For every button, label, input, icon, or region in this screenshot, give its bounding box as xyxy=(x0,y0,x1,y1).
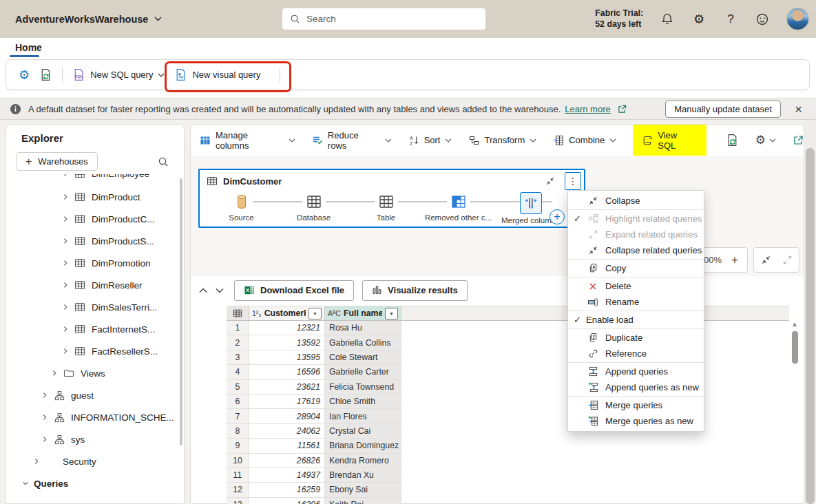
open-in-new-window-icon[interactable] xyxy=(793,135,804,146)
chevron-down-icon[interactable] xyxy=(213,284,226,297)
query-node-dimcustomer[interactable]: DimCustomer ⋮ Source xyxy=(198,169,585,228)
chevron-right-icon[interactable] xyxy=(61,193,70,201)
customerkey-cell: 16596 xyxy=(249,365,325,379)
chevron-right-icon[interactable] xyxy=(61,303,70,311)
notifications-bell-icon[interactable] xyxy=(660,12,675,27)
help-icon[interactable]: ? xyxy=(723,12,738,27)
settings-gear-icon[interactable]: ⚙ xyxy=(691,12,707,27)
explorer-search-icon[interactable] xyxy=(158,156,169,167)
tree-item[interactable]: DimProduct xyxy=(6,186,178,208)
sort-menu[interactable]: AZ Sort xyxy=(408,125,452,156)
collapse-icon[interactable] xyxy=(545,176,555,186)
step-table-icon xyxy=(306,193,322,210)
chevron-right-icon[interactable] xyxy=(61,237,70,245)
step-label: Table xyxy=(377,213,396,222)
query-step[interactable]: Source xyxy=(205,192,278,224)
page-scrollbar[interactable] xyxy=(804,120,816,504)
query-step[interactable]: Table xyxy=(350,192,422,224)
refresh-query-icon[interactable] xyxy=(726,134,739,147)
chevron-right-icon[interactable] xyxy=(61,281,70,289)
page-scrollbar-thumb[interactable] xyxy=(806,148,815,504)
menu-item[interactable]: Reference xyxy=(568,346,704,361)
add-warehouses-button[interactable]: + Warehouses xyxy=(16,152,98,171)
combine-menu[interactable]: Combine xyxy=(553,125,616,156)
tab-home[interactable]: Home xyxy=(15,42,42,53)
menu-item[interactable]: ✓ Enable load xyxy=(568,312,704,328)
tree-item[interactable]: sys xyxy=(6,428,178,450)
menu-item[interactable]: Rename xyxy=(568,294,704,310)
add-step-button[interactable]: + xyxy=(550,209,565,224)
settings-gear-icon[interactable]: ⚙ xyxy=(19,69,30,81)
transform-menu[interactable]: Transform xyxy=(468,125,536,156)
zoom-in-button[interactable]: + xyxy=(731,253,738,267)
tree-item[interactable]: guest xyxy=(6,384,178,406)
chevron-right-icon[interactable] xyxy=(32,457,41,465)
tree-item[interactable]: Security xyxy=(6,450,178,472)
close-icon[interactable]: × xyxy=(795,103,802,116)
menu-item[interactable]: ✓ Highlight related queries xyxy=(568,211,704,227)
chevron-right-icon[interactable] xyxy=(61,325,70,333)
reduce-rows-menu[interactable]: Reduce rows xyxy=(312,125,392,156)
tree-item[interactable]: INFORMATION_SCHE... xyxy=(6,406,178,428)
explorer-scrollbar[interactable] xyxy=(180,178,182,445)
tree-item[interactable]: FactResellerS... xyxy=(6,340,178,362)
query-step[interactable]: Removed other c... xyxy=(422,192,494,224)
chevron-right-icon[interactable] xyxy=(50,369,59,377)
workspace-switcher[interactable]: AdventureWorksWarehouse xyxy=(15,0,162,38)
chevron-right-icon[interactable] xyxy=(41,413,49,421)
menu-item[interactable]: Delete xyxy=(568,278,704,294)
menu-item[interactable]: Append queries as new xyxy=(568,379,704,395)
new-sql-query-button[interactable]: SQL New SQL query xyxy=(72,68,165,81)
visualize-results-button[interactable]: Visualize results xyxy=(362,280,468,301)
tree-item[interactable]: DimProductS... xyxy=(6,230,178,252)
learn-more-link[interactable]: Learn more xyxy=(565,104,610,114)
new-visual-query-button[interactable]: New visual query xyxy=(174,68,260,81)
collapse-all-icon[interactable] xyxy=(761,255,771,265)
menu-item[interactable]: Duplicate xyxy=(568,330,704,346)
menu-item[interactable]: Collapse related queries xyxy=(568,242,704,258)
manually-update-dataset-button[interactable]: Manually update dataset xyxy=(665,101,781,118)
chevron-right-icon[interactable] xyxy=(41,435,49,443)
chevron-right-icon[interactable] xyxy=(61,215,70,223)
chevron-up-icon[interactable] xyxy=(197,284,209,297)
chevron-right-icon[interactable] xyxy=(61,347,70,355)
query-settings-gear-button[interactable]: ⚙ xyxy=(755,133,776,147)
menu-item[interactable]: Append queries xyxy=(568,364,704,379)
tree-item[interactable]: FactInternetS... xyxy=(6,318,178,340)
chevron-down-icon[interactable] xyxy=(21,479,30,487)
column-filter-dropdown[interactable]: ▾ xyxy=(385,308,398,319)
column-header-fullname[interactable]: AᴮC Full name ▾ xyxy=(325,306,401,321)
menu-item[interactable]: Merge queries xyxy=(568,397,704,413)
tree-item[interactable]: Queries xyxy=(6,472,178,494)
tree-item[interactable]: DimSalesTerri... xyxy=(6,296,178,318)
view-sql-button[interactable]: View SQL xyxy=(633,125,707,156)
tree-item[interactable]: Views xyxy=(6,362,178,384)
tree-item[interactable]: DimEmployee xyxy=(6,174,178,185)
tree-item[interactable]: DimReseller xyxy=(6,274,178,296)
column-filter-dropdown[interactable]: ▾ xyxy=(308,308,322,319)
feedback-smiley-icon[interactable] xyxy=(755,12,770,27)
menu-item-label: Reference xyxy=(605,348,647,359)
chevron-right-icon[interactable] xyxy=(41,391,49,399)
menu-item[interactable]: Copy xyxy=(568,260,704,276)
grid-corner-cell[interactable] xyxy=(227,306,249,321)
step-label: Removed other c... xyxy=(425,213,492,222)
tree-item[interactable]: DimPromotion xyxy=(6,252,178,274)
grid-scrollbar-thumb[interactable] xyxy=(792,331,798,364)
chevron-right-icon[interactable] xyxy=(61,259,70,267)
column-header-customerkey[interactable]: 1²₃ CustomerKey ▾ xyxy=(249,306,325,321)
tree-item[interactable]: DimProductC... xyxy=(6,208,178,230)
query-step[interactable]: Database xyxy=(278,192,350,224)
download-excel-button[interactable]: X Download Excel file xyxy=(234,280,354,301)
manage-columns-menu[interactable]: Manage columns xyxy=(200,125,295,156)
expand-all-icon[interactable] xyxy=(782,255,793,265)
menu-item[interactable]: Collapse xyxy=(568,193,704,209)
refresh-file-icon[interactable] xyxy=(39,68,52,81)
tree-item-label: INFORMATION_SCHE... xyxy=(71,412,174,423)
menu-item[interactable]: Expand related queries xyxy=(568,227,704,242)
menu-item[interactable]: Merge queries as new xyxy=(568,413,704,429)
grid-scroll-up-icon[interactable]: ▲ xyxy=(791,321,798,328)
query-more-options-button[interactable]: ⋮ xyxy=(565,172,581,190)
user-avatar[interactable] xyxy=(786,8,809,30)
search-input[interactable]: Search xyxy=(282,8,485,30)
